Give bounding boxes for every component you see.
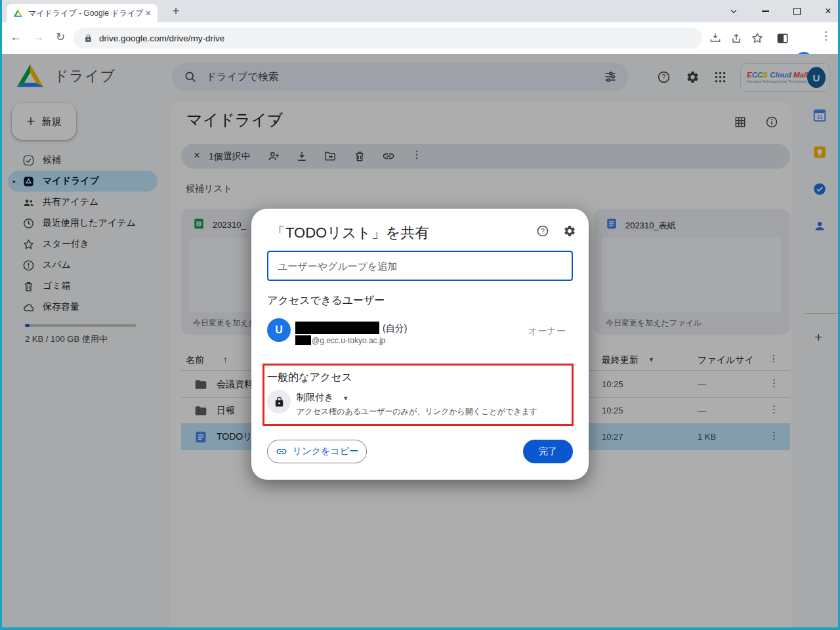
copy-link-button[interactable]: リンクをコピー <box>267 440 367 463</box>
share-dialog-title: 「TODOリスト」を共有 <box>271 223 429 243</box>
browser-menu-icon[interactable]: ⋮ <box>820 29 831 43</box>
window-close-button[interactable]: × <box>813 0 840 22</box>
address-bar[interactable]: drive.google.com/drive/my-drive <box>74 28 702 49</box>
share-dialog: 「TODOリスト」を共有 アクセスできるユーザー U (自分) @g.ecc.u… <box>251 209 589 480</box>
screen-border <box>0 0 2 630</box>
screen-border <box>0 627 840 630</box>
reload-icon[interactable]: ↻ <box>52 30 68 44</box>
done-label: 完了 <box>539 446 557 457</box>
browser-toolbar: ← → ↻ drive.google.com/drive/my-drive U … <box>0 22 840 54</box>
forward-icon[interactable]: → <box>30 30 46 44</box>
add-people-input[interactable] <box>267 251 573 281</box>
window-maximize-button[interactable] <box>782 0 812 22</box>
bookmark-star-icon[interactable] <box>751 32 764 45</box>
window-minimize-button[interactable] <box>750 0 780 22</box>
tab-search-chevron-icon[interactable] <box>719 0 749 22</box>
redacted-owner-name <box>295 322 379 334</box>
restricted-lock-icon <box>267 390 291 413</box>
owner-email-domain: @g.ecc.u-tokyo.ac.jp <box>312 336 385 345</box>
browser-titlebar: マイドライブ - Google ドライブ × + × <box>0 0 840 22</box>
restricted-label: 制限付き <box>297 392 333 402</box>
share-help-icon[interactable] <box>536 224 549 238</box>
general-access-dropdown[interactable]: 制限付き▼ <box>297 392 348 404</box>
owner-role-label: オーナー <box>528 326 566 337</box>
owner-self-label: (自分) <box>383 323 407 335</box>
browser-tab[interactable]: マイドライブ - Google ドライブ × <box>7 4 158 22</box>
side-panel-icon[interactable] <box>776 32 789 45</box>
dropdown-arrow-icon: ▼ <box>343 395 348 402</box>
done-button[interactable]: 完了 <box>523 440 573 463</box>
share-page-icon[interactable] <box>730 32 743 45</box>
link-icon <box>276 446 287 457</box>
copy-link-label: リンクをコピー <box>293 446 358 457</box>
tab-title: マイドライブ - Google ドライブ <box>28 8 144 19</box>
redacted-email-localpart <box>295 335 311 345</box>
drive-favicon <box>13 9 23 18</box>
owner-avatar: U <box>267 318 291 342</box>
url-text: drive.google.com/drive/my-drive <box>99 33 224 43</box>
people-with-access-label: アクセスできるユーザー <box>267 294 385 308</box>
new-tab-button[interactable]: + <box>168 3 184 19</box>
share-settings-gear-icon[interactable] <box>563 224 576 238</box>
lock-icon <box>84 34 93 43</box>
general-access-label: 一般的なアクセス <box>267 371 352 385</box>
download-page-icon[interactable] <box>709 32 722 45</box>
tab-close-icon[interactable]: × <box>144 8 152 18</box>
back-icon[interactable]: ← <box>8 30 24 44</box>
restricted-description: アクセス権のあるユーザーのみが、リンクから開くことができます <box>297 406 537 417</box>
